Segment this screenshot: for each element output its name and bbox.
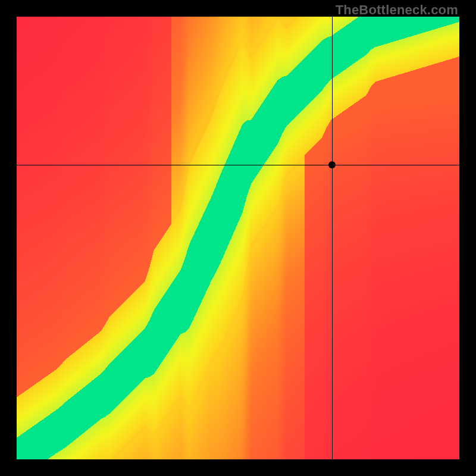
- crosshair-vertical: [332, 17, 333, 459]
- selection-marker: [328, 161, 336, 168]
- heatmap-plot: [17, 17, 459, 459]
- heatmap-canvas: [17, 17, 459, 459]
- watermark-label: TheBottleneck.com: [336, 2, 458, 18]
- chart-frame: TheBottleneck.com: [0, 0, 476, 476]
- crosshair-horizontal: [17, 165, 459, 166]
